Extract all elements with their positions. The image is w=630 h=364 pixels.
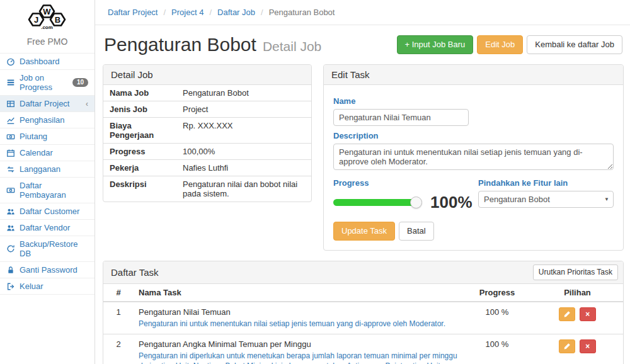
line-chart-icon	[6, 116, 15, 125]
detail-value: Pengaturan Bobot	[178, 85, 311, 101]
sidebar-item-label: Langganan	[20, 164, 60, 174]
x-icon: ×	[585, 310, 590, 319]
kembali-ke-daftar-job-button[interactable]: Kembali ke daftar Job	[527, 35, 622, 54]
sidebar-item-dashboard[interactable]: Dashboard	[0, 54, 94, 70]
sidebar-item-daftar-vendor[interactable]: Daftar Vendor	[0, 220, 94, 236]
delete-task-button[interactable]: ×	[580, 307, 596, 321]
urutkan-prioritas-task-button-top[interactable]: Urutkan Prioritas Task	[533, 264, 618, 280]
detail-row-jenis-job: Jenis Job Project	[103, 101, 311, 118]
chevron-left-icon: ‹	[86, 100, 88, 108]
main-area: Daftar Project / Project 4 / Daftar Job …	[95, 0, 630, 364]
sidebar-item-daftar-project[interactable]: Daftar Project ‹	[0, 96, 94, 112]
column-header-pilihan: Pilihan	[532, 284, 623, 302]
task-name: Pengaturan Angka Minimal Temuan per Ming…	[139, 339, 457, 349]
edit-task-button[interactable]	[559, 339, 575, 353]
pencil-icon	[563, 343, 571, 350]
task-progress: 100 %	[462, 302, 532, 334]
sidebar-item-keluar[interactable]: Keluar	[0, 278, 94, 295]
detail-value: 100,00%	[178, 144, 311, 159]
users-icon	[6, 224, 15, 232]
sidebar-item-ganti-password[interactable]: Ganti Password	[0, 262, 94, 278]
task-name: Pengaturan Nilai Temuan	[139, 307, 457, 317]
breadcrumb-separator: /	[163, 8, 166, 17]
breadcrumb-project-4[interactable]: Project 4	[171, 8, 203, 17]
app-window: W J B .com Free PMO Dashboard Job on Pro…	[0, 0, 630, 364]
column-header-nama-task: Nama Task	[134, 284, 462, 302]
daftar-task-panel-title: Daftar Task	[111, 267, 159, 278]
sidebar-item-penghasilan[interactable]: Penghasilan	[0, 112, 94, 128]
move-feature-label: Pindahkan ke Fitur lain	[478, 178, 614, 188]
brand-name: Free PMO	[0, 33, 94, 53]
batal-button[interactable]: Batal	[399, 222, 434, 241]
task-name-input[interactable]	[333, 109, 469, 126]
sign-out-icon	[6, 282, 15, 291]
page-title: Pengaturan Bobot	[104, 34, 256, 55]
task-description-textarea[interactable]: Pengaturan ini untuk menentukan nilai se…	[333, 144, 614, 170]
svg-text:W: W	[43, 7, 51, 16]
edit-task-button[interactable]	[559, 307, 575, 321]
column-header-progress: Progress	[462, 284, 532, 302]
task-progress: 100 %	[462, 334, 532, 364]
task-row: 1 Pengaturan Nilai Temuan Pengaturan ini…	[103, 302, 623, 334]
sidebar-item-daftar-pembayaran[interactable]: Daftar Pembayaran	[0, 178, 94, 203]
sidebar-menu: Dashboard Job on Progress 10 Daftar Proj…	[0, 53, 94, 295]
progress-label: Progress	[333, 178, 472, 188]
task-num: 2	[103, 334, 134, 364]
update-task-button[interactable]: Update Task	[333, 222, 395, 241]
task-row: 2 Pengaturan Angka Minimal Temuan per Mi…	[103, 334, 623, 364]
detail-value: Pengaturan nilai dan bobot nilai pada si…	[178, 176, 311, 202]
breadcrumb-current: Pengaturan Bobot	[269, 8, 335, 17]
lock-icon	[6, 266, 15, 275]
sidebar-item-calendar[interactable]: Calendar	[0, 145, 94, 161]
detail-label: Progress	[103, 144, 178, 159]
sidebar-item-daftar-customer[interactable]: Daftar Customer	[0, 203, 94, 220]
detail-row-nama-job: Nama Job Pengaturan Bobot	[103, 85, 311, 101]
refresh-icon	[6, 244, 15, 253]
detail-row-progress: Progress 100,00%	[103, 144, 311, 160]
task-table: # Nama Task Progress Pilihan 1 Pengatura…	[103, 284, 623, 364]
caret-down-icon: ▼	[604, 196, 609, 202]
sidebar-item-job-on-progress[interactable]: Job on Progress 10	[0, 70, 94, 96]
breadcrumb: Daftar Project / Project 4 / Daftar Job …	[95, 0, 630, 25]
gauge-icon	[6, 57, 15, 66]
sidebar-item-label: Daftar Customer	[20, 207, 79, 216]
pencil-icon	[563, 310, 571, 318]
detail-label: Deskripsi	[103, 176, 178, 202]
jwb-logo: W J B .com	[0, 0, 94, 33]
job-count-badge: 10	[72, 78, 88, 87]
delete-task-button[interactable]: ×	[580, 339, 596, 353]
detail-value: Rp. XXX.XXX	[178, 118, 311, 143]
move-feature-select[interactable]: Pengaturan Bobot ▼	[478, 191, 614, 208]
task-description: Pengaturan ini diperlukan untuk menetuka…	[139, 351, 457, 364]
task-table-header-row: # Nama Task Progress Pilihan	[103, 284, 623, 302]
name-label: Name	[333, 96, 614, 106]
breadcrumb-daftar-project[interactable]: Daftar Project	[108, 8, 158, 17]
users-icon	[6, 207, 15, 216]
sidebar-item-label: Daftar Project	[20, 99, 69, 108]
detail-row-biaya: Biaya Pengerjaan Rp. XXX.XXX	[103, 118, 311, 144]
page-content: Pengaturan Bobot Detail Job + Input Job …	[95, 25, 630, 364]
progress-slider-handle[interactable]	[410, 196, 422, 208]
breadcrumb-separator: /	[261, 8, 263, 17]
input-job-baru-button[interactable]: + Input Job Baru	[397, 35, 474, 54]
sidebar-item-piutang[interactable]: Piutang	[0, 128, 94, 145]
sidebar-item-langganan[interactable]: Langganan	[0, 161, 94, 178]
sidebar-item-label: Job on Progress	[20, 73, 68, 92]
detail-label: Biaya Pengerjaan	[103, 118, 178, 143]
detail-label: Pekerja	[103, 160, 178, 176]
sidebar-item-label: Dashboard	[20, 57, 60, 66]
x-icon: ×	[585, 342, 590, 351]
progress-percent-value: 100%	[430, 194, 472, 210]
detail-job-panel: Detail Job Nama Job Pengaturan Bobot Jen…	[103, 64, 312, 202]
sidebar-item-label: Penghasilan	[20, 115, 65, 125]
edit-job-button[interactable]: Edit Job	[477, 35, 523, 54]
detail-label: Jenis Job	[103, 101, 178, 117]
breadcrumb-daftar-job[interactable]: Daftar Job	[217, 8, 255, 17]
sidebar-item-label: Backup/Restore DB	[20, 239, 88, 258]
progress-slider[interactable]	[333, 199, 416, 206]
sidebar-item-backup-restore[interactable]: Backup/Restore DB	[0, 236, 94, 262]
description-label: Description	[333, 131, 614, 140]
detail-job-table: Nama Job Pengaturan Bobot Jenis Job Proj…	[103, 85, 311, 202]
exchange-icon	[6, 165, 15, 174]
sidebar-item-label: Piutang	[20, 132, 47, 141]
